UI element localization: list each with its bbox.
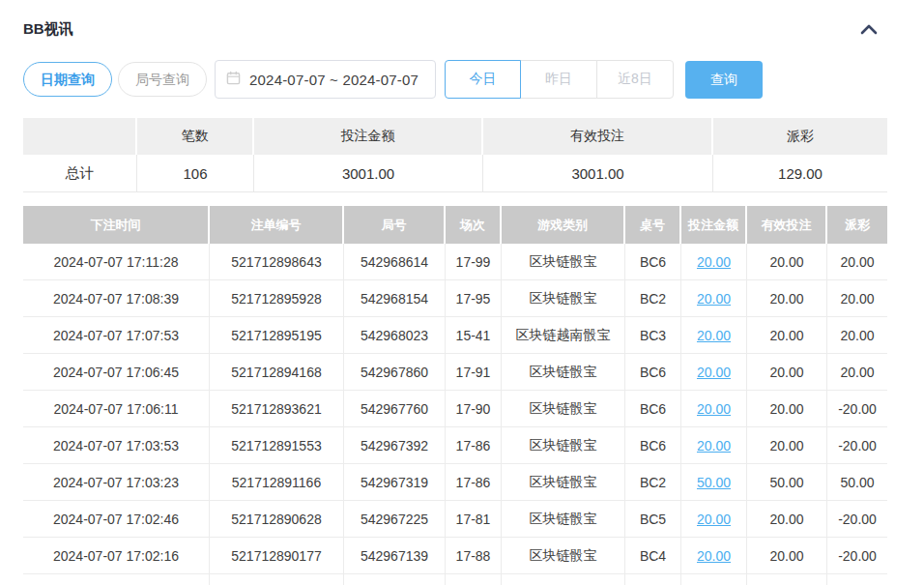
bet-amount-link[interactable]: 20.00 — [697, 401, 731, 417]
header-valid-bet: 有效投注 — [747, 206, 827, 244]
cell-game-type: 区块链骰宝 — [502, 244, 625, 280]
quick-range-group: 今日 昨日 近8日 — [445, 60, 674, 99]
cell-payout: 20.00 — [827, 280, 887, 317]
cell-round-no: 542967225 — [344, 501, 446, 538]
chevron-up-icon — [860, 23, 878, 38]
page-title: BB视讯 — [23, 20, 73, 39]
cell-valid-bet: 20.00 — [747, 354, 827, 391]
cell-valid-bet: 20.00 — [747, 427, 827, 464]
cell-valid-bet: 50.00 — [747, 464, 827, 501]
cell-order-no: 521712895195 — [210, 317, 344, 354]
date-range-input[interactable]: 2024-07-07 ~ 2024-07-07 — [215, 60, 436, 99]
bet-amount-link[interactable]: 50.00 — [697, 475, 731, 490]
cell-bet-amount: 20.00 — [681, 501, 747, 538]
collapse-button[interactable] — [852, 17, 885, 43]
cell-bet-time: 2024-07-07 17:02:46 — [23, 501, 210, 538]
cell-round-no: 542968023 — [344, 317, 446, 354]
cell-bet-time: 2024-07-07 17:07:53 — [23, 317, 210, 354]
summary-table: 笔数 投注金额 有效投注 派彩 总计 106 3001.00 3001.00 1… — [23, 118, 887, 192]
cell-order-no: 521712898643 — [210, 244, 344, 280]
cell-valid-bet: 20.00 — [747, 280, 827, 317]
table-row: 2024-07-07 17:03:53 521712891553 5429673… — [23, 427, 887, 464]
cell-game-type: 区块链骰宝 — [502, 354, 625, 391]
cell-payout: 20.00 — [827, 354, 887, 391]
cell-payout: -20.00 — [827, 427, 887, 464]
cell-table-no: BC5 — [625, 501, 681, 538]
cell-bet-amount: 20.00 — [681, 354, 747, 391]
cell-valid-bet: 20.00 — [747, 391, 827, 427]
cell-bet-amount: 20.00 — [681, 280, 747, 317]
table-row: 2024-07-07 17:06:11 521712893621 5429677… — [23, 391, 887, 427]
cell-bet-time: 2024-07-07 17:11:28 — [23, 244, 210, 280]
bet-amount-link[interactable]: 20.00 — [697, 365, 731, 380]
cell-table-no: BC4 — [625, 538, 681, 574]
summary-header-row: 笔数 投注金额 有效投注 派彩 — [23, 118, 887, 155]
cell-order-no: 521712895928 — [210, 280, 344, 317]
cell-round-no: 542967139 — [344, 538, 446, 574]
cell-session: 15-41 — [446, 317, 502, 354]
header-table-no: 桌号 — [625, 206, 681, 244]
cell-session: 17-86 — [446, 464, 502, 501]
cell-payout: 20.00 — [827, 244, 887, 280]
cell-session: 17-81 — [446, 501, 502, 538]
cell-session: 17-90 — [446, 391, 502, 427]
cell-bet-amount: 20.00 — [681, 427, 747, 464]
cell-order-no: 521712890628 — [210, 501, 344, 538]
cell-order-no: 521712893621 — [210, 391, 344, 427]
cell-table-no: BC6 — [625, 354, 681, 391]
cell-bet-amount: 20.00 — [681, 391, 747, 427]
table-row: 2024-07-07 17:03:23 521712891166 5429673… — [23, 464, 887, 501]
bet-amount-link[interactable]: 20.00 — [697, 254, 731, 270]
summary-valid-bet-value: 3001.00 — [483, 155, 713, 192]
bet-amount-link[interactable]: 20.00 — [697, 548, 731, 564]
summary-bet-amount-value: 3001.00 — [254, 155, 483, 192]
table-row: 2024-07-07 17:08:39 521712895928 5429681… — [23, 280, 887, 317]
cell-bet-time: 2024-07-07 17:02:16 — [23, 538, 210, 574]
cell-bet-amount: 20.00 — [681, 538, 747, 574]
cell-payout: 20.00 — [827, 317, 887, 354]
cell-round-no: 542968614 — [344, 244, 446, 280]
search-button[interactable]: 查询 — [685, 61, 763, 99]
cell-bet-amount: 20.00 — [681, 244, 747, 280]
cell-valid-bet: 20.00 — [747, 538, 827, 574]
header-session: 场次 — [446, 206, 502, 244]
table-row-partial — [23, 574, 887, 585]
cell-round-no: 542968154 — [344, 280, 446, 317]
round-query-tab[interactable]: 局号查询 — [118, 62, 207, 97]
header-game-type: 游戏类别 — [502, 206, 625, 244]
cell-bet-amount: 50.00 — [681, 464, 747, 501]
cell-bet-time: 2024-07-07 17:06:45 — [23, 354, 210, 391]
cell-table-no: BC2 — [625, 280, 681, 317]
bet-amount-link[interactable]: 20.00 — [697, 512, 731, 527]
cell-valid-bet: 20.00 — [747, 501, 827, 538]
summary-count-value: 106 — [137, 155, 254, 192]
cell-game-type: 区块链骰宝 — [502, 280, 625, 317]
summary-header-payout: 派彩 — [713, 118, 887, 155]
date-query-tab[interactable]: 日期查询 — [23, 62, 112, 97]
bet-amount-link[interactable]: 20.00 — [697, 438, 731, 453]
bet-table-header-row: 下注时间 注单编号 局号 场次 游戏类别 桌号 投注金额 有效投注 派彩 — [23, 206, 887, 244]
cell-table-no: BC2 — [625, 464, 681, 501]
table-row: 2024-07-07 17:07:53 521712895195 5429680… — [23, 317, 887, 354]
cell-bet-amount: 20.00 — [681, 317, 747, 354]
cell-game-type: 区块链骰宝 — [502, 538, 625, 574]
cell-bet-time: 2024-07-07 17:06:11 — [23, 391, 210, 427]
bet-amount-link[interactable]: 20.00 — [697, 328, 731, 343]
table-row: 2024-07-07 17:06:45 521712894168 5429678… — [23, 354, 887, 391]
filter-today-button[interactable]: 今日 — [445, 60, 521, 99]
table-row: 2024-07-07 17:11:28 521712898643 5429686… — [23, 244, 887, 280]
cell-order-no: 521712891166 — [210, 464, 344, 501]
filter-yesterday-button[interactable]: 昨日 — [520, 60, 597, 99]
cell-table-no: BC6 — [625, 244, 681, 280]
header-bet-time: 下注时间 — [23, 206, 210, 244]
summary-header-valid-bet: 有效投注 — [483, 118, 713, 155]
cell-table-no: BC6 — [625, 391, 681, 427]
summary-header-empty — [23, 118, 137, 155]
cell-payout: 50.00 — [827, 464, 887, 501]
filter-last8days-button[interactable]: 近8日 — [596, 60, 674, 99]
cell-round-no: 542967392 — [344, 427, 446, 464]
bet-amount-link[interactable]: 20.00 — [697, 291, 731, 307]
date-range-value: 2024-07-07 ~ 2024-07-07 — [249, 72, 419, 88]
cell-table-no: BC3 — [625, 317, 681, 354]
cell-order-no: 521712891553 — [210, 427, 344, 464]
